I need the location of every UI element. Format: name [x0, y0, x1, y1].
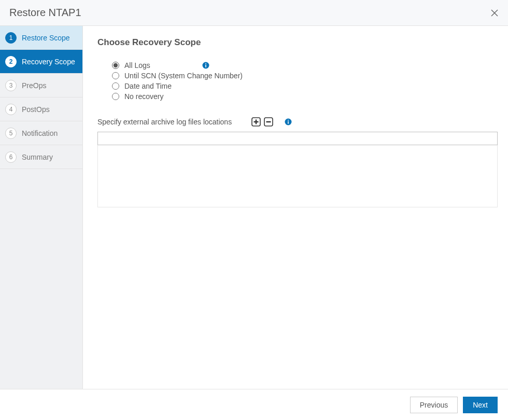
step-number: 6 — [5, 151, 17, 163]
info-icon[interactable] — [202, 62, 209, 69]
plus-icon — [251, 117, 261, 127]
previous-button[interactable]: Previous — [410, 397, 458, 413]
option-date-time[interactable]: Date and Time — [112, 81, 493, 91]
next-button[interactable]: Next — [463, 397, 498, 413]
step-number: 3 — [5, 80, 17, 91]
close-button[interactable] — [490, 9, 499, 17]
info-icon[interactable] — [285, 118, 292, 125]
radio-date-time[interactable] — [112, 82, 119, 90]
step-label: Notification — [22, 129, 58, 137]
step-notification[interactable]: 5 Notification — [0, 121, 82, 145]
minus-icon — [264, 117, 273, 127]
step-number: 2 — [5, 56, 17, 67]
step-number: 4 — [5, 104, 17, 115]
content-heading: Choose Recovery Scope — [97, 37, 493, 48]
step-label: PreOps — [22, 81, 46, 90]
dialog-title: Restore NTAP1 — [9, 7, 81, 19]
svg-rect-12 — [288, 120, 289, 121]
radio-no-recovery[interactable] — [112, 93, 119, 100]
option-until-scn[interactable]: Until SCN (System Change Number) — [112, 71, 493, 81]
radio-all-logs[interactable] — [112, 62, 119, 69]
step-label: PostOps — [22, 105, 50, 114]
radio-label: No recovery — [124, 92, 163, 101]
radio-label: All Logs — [124, 61, 150, 69]
remove-path-button[interactable] — [264, 117, 273, 127]
wizard-footer: Previous Next — [0, 389, 508, 420]
step-preops[interactable]: 3 PreOps — [0, 74, 82, 97]
step-label: Recovery Scope — [22, 58, 75, 66]
svg-rect-11 — [288, 121, 289, 124]
archive-path-list — [97, 145, 498, 207]
step-label: Restore Scope — [22, 34, 70, 42]
radio-until-scn[interactable] — [112, 72, 119, 79]
option-all-logs[interactable]: All Logs — [112, 60, 493, 71]
archive-label: Specify external archive log files locat… — [97, 118, 232, 126]
wizard-content: Choose Recovery Scope All Logs Until SCN… — [83, 26, 508, 389]
step-number: 1 — [5, 32, 17, 44]
dialog-header: Restore NTAP1 — [0, 0, 508, 26]
step-summary[interactable]: 6 Summary — [0, 145, 82, 169]
step-restore-scope[interactable]: 1 Restore Scope — [0, 26, 82, 50]
radio-label: Until SCN (System Change Number) — [124, 72, 243, 80]
add-path-button[interactable] — [251, 117, 261, 127]
close-icon — [490, 9, 499, 17]
svg-rect-3 — [205, 65, 206, 67]
svg-rect-4 — [205, 63, 206, 64]
step-recovery-scope[interactable]: 2 Recovery Scope — [0, 50, 82, 74]
archive-section-header: Specify external archive log files locat… — [97, 117, 493, 127]
wizard-sidebar: 1 Restore Scope 2 Recovery Scope 3 PreOp… — [0, 26, 83, 389]
option-no-recovery[interactable]: No recovery — [112, 91, 493, 102]
radio-label: Date and Time — [124, 82, 172, 90]
step-number: 5 — [5, 128, 17, 139]
step-postops[interactable]: 4 PostOps — [0, 97, 82, 121]
recovery-scope-options: All Logs Until SCN (System Change Number… — [97, 60, 493, 102]
step-label: Summary — [22, 153, 53, 161]
archive-path-input[interactable] — [97, 132, 498, 145]
